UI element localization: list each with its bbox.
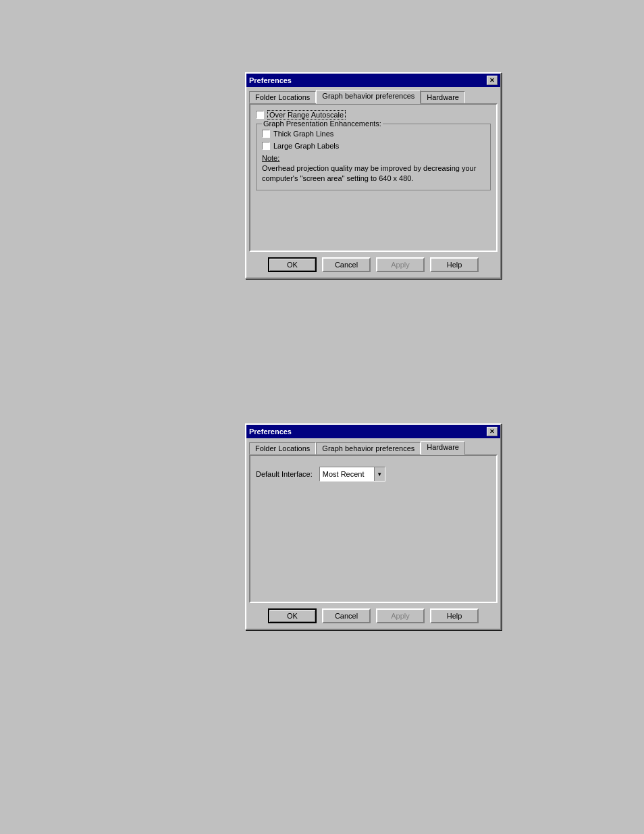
dialog2-title-bar: Preferences ✕ bbox=[246, 425, 500, 438]
dialog2-window: Preferences ✕ Folder Locations Graph beh… bbox=[245, 423, 502, 630]
dialog2-close-button[interactable]: ✕ bbox=[487, 427, 498, 436]
over-range-autoscale-checkbox[interactable] bbox=[256, 111, 264, 119]
dialog1-cancel-button[interactable]: Cancel bbox=[322, 257, 371, 272]
group-box-label: Graph Presentation Enhancements: bbox=[262, 120, 383, 128]
dialog1-ok-button[interactable]: OK bbox=[268, 257, 317, 272]
dialog2-apply-button[interactable]: Apply bbox=[376, 608, 425, 623]
default-interface-select[interactable]: Most Recent ▼ bbox=[319, 467, 385, 481]
dialog2-button-bar: OK Cancel Apply Help bbox=[246, 603, 500, 629]
dialog2-tab-content: Default Interface: Most Recent ▼ bbox=[249, 454, 498, 603]
tab2-graph-behavior[interactable]: Graph behavior preferences bbox=[316, 442, 421, 454]
tab2-hardware[interactable]: Hardware bbox=[421, 441, 465, 455]
dialog1-tab-content: Over Range Autoscale Graph Presentation … bbox=[249, 103, 498, 252]
tab-folder-locations[interactable]: Folder Locations bbox=[249, 91, 316, 103]
note-label: Note: bbox=[262, 154, 279, 162]
dialog2-tab-bar: Folder Locations Graph behavior preferen… bbox=[246, 438, 500, 454]
thick-graph-lines-checkbox[interactable] bbox=[262, 130, 270, 138]
dialog1-title-bar: Preferences ✕ bbox=[246, 74, 500, 87]
dialog2-cancel-button[interactable]: Cancel bbox=[322, 608, 371, 623]
default-interface-row: Default Interface: Most Recent ▼ bbox=[256, 467, 491, 481]
dialog2-title: Preferences bbox=[249, 427, 292, 436]
dialog1-help-button[interactable]: Help bbox=[430, 257, 479, 272]
dialog1-tab-bar: Folder Locations Graph behavior preferen… bbox=[246, 87, 500, 103]
dialog1-apply-button[interactable]: Apply bbox=[376, 257, 425, 272]
dialog1-window: Preferences ✕ Folder Locations Graph beh… bbox=[245, 72, 502, 279]
dialog1: Preferences ✕ Folder Locations Graph beh… bbox=[245, 72, 502, 279]
note-text: Overhead projection quality may be impro… bbox=[262, 163, 485, 184]
thick-graph-lines-label: Thick Graph Lines bbox=[273, 130, 333, 138]
dialog2: Preferences ✕ Folder Locations Graph beh… bbox=[245, 423, 502, 630]
large-graph-labels-row: Large Graph Labels bbox=[262, 142, 485, 150]
default-interface-value: Most Recent bbox=[320, 469, 374, 479]
dialog1-button-bar: OK Cancel Apply Help bbox=[246, 252, 500, 278]
large-graph-labels-checkbox[interactable] bbox=[262, 142, 270, 150]
dialog1-close-button[interactable]: ✕ bbox=[487, 76, 498, 85]
tab-graph-behavior[interactable]: Graph behavior preferences bbox=[316, 90, 421, 104]
default-interface-label: Default Interface: bbox=[256, 470, 313, 478]
tab-hardware[interactable]: Hardware bbox=[421, 91, 465, 103]
select-dropdown-arrow[interactable]: ▼ bbox=[374, 467, 385, 481]
over-range-autoscale-label: Over Range Autoscale bbox=[267, 110, 346, 120]
over-range-autoscale-row: Over Range Autoscale bbox=[256, 110, 491, 120]
dialog2-help-button[interactable]: Help bbox=[430, 608, 479, 623]
dialog2-ok-button[interactable]: OK bbox=[268, 608, 317, 623]
tab2-folder-locations[interactable]: Folder Locations bbox=[249, 442, 316, 454]
large-graph-labels-label: Large Graph Labels bbox=[273, 142, 339, 150]
thick-graph-lines-row: Thick Graph Lines bbox=[262, 130, 485, 138]
dialog1-title: Preferences bbox=[249, 76, 292, 84]
note-section: Note: Overhead projection quality may be… bbox=[262, 154, 485, 184]
graph-presentation-group: Graph Presentation Enhancements: Thick G… bbox=[256, 124, 491, 190]
